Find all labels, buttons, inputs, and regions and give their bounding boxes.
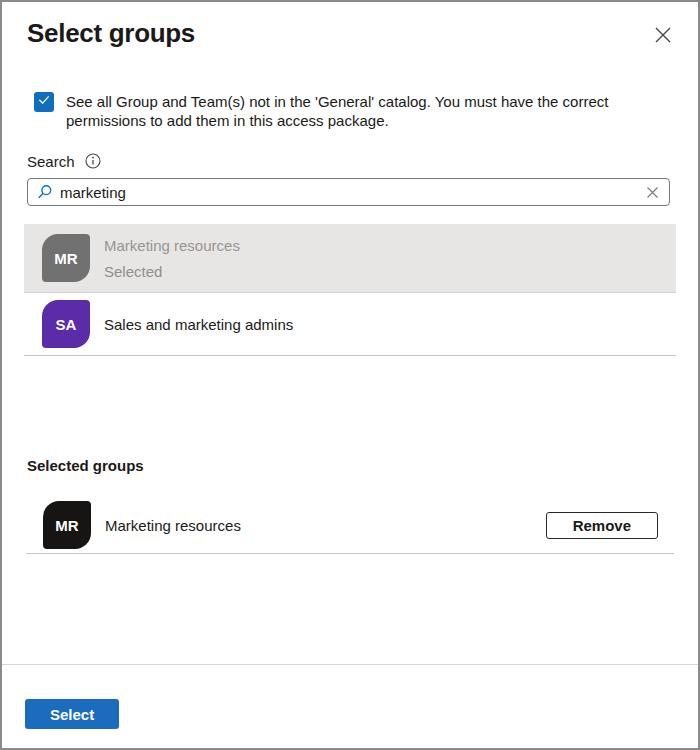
search-results-list: MR Marketing resources Selected SA Sales… (24, 224, 676, 356)
checkmark-icon (37, 93, 51, 111)
avatar: MR (42, 234, 90, 282)
selected-row-divider (26, 553, 674, 554)
selected-group-name: Marketing resources (105, 517, 241, 534)
select-button[interactable]: Select (25, 699, 119, 729)
search-label-row: Search (27, 151, 673, 171)
selected-groups-heading: Selected groups (27, 457, 673, 474)
page-title: Select groups (27, 16, 195, 50)
selected-group-row: MR Marketing resources Remove (25, 501, 658, 549)
panel-footer: Select (2, 664, 698, 748)
remove-button[interactable]: Remove (546, 512, 658, 539)
result-texts: Sales and marketing admins (104, 316, 293, 333)
search-label: Search (27, 153, 75, 170)
list-item-sales-and-marketing-admins[interactable]: SA Sales and marketing admins (24, 293, 676, 355)
result-name: Marketing resources (104, 237, 240, 254)
list-end-divider (24, 355, 676, 356)
avatar-initials: SA (56, 316, 77, 333)
result-name: Sales and marketing admins (104, 316, 293, 333)
result-status: Selected (104, 263, 240, 280)
close-icon (654, 32, 672, 47)
see-all-checkbox-label: See all Group and Team(s) not in the 'Ge… (66, 92, 656, 130)
list-item-marketing-resources[interactable]: MR Marketing resources Selected (24, 224, 676, 292)
see-all-checkbox-row: See all Group and Team(s) not in the 'Ge… (34, 92, 673, 130)
clear-icon (646, 187, 659, 202)
avatar: MR (43, 501, 91, 549)
clear-search-button[interactable] (644, 184, 661, 201)
search-input[interactable] (60, 184, 644, 201)
close-button[interactable] (650, 22, 676, 48)
panel-header: Select groups (27, 16, 676, 50)
search-input-wrapper (27, 178, 670, 206)
search-icon (37, 184, 53, 200)
footer-divider (2, 664, 698, 665)
info-icon[interactable] (85, 153, 101, 169)
see-all-checkbox[interactable] (34, 92, 54, 112)
avatar-initials: MR (55, 517, 78, 534)
avatar: SA (42, 300, 90, 348)
result-texts: Marketing resources Selected (104, 237, 240, 280)
select-groups-panel: Select groups See all Group and Team(s) … (0, 0, 700, 750)
avatar-initials: MR (54, 250, 77, 267)
